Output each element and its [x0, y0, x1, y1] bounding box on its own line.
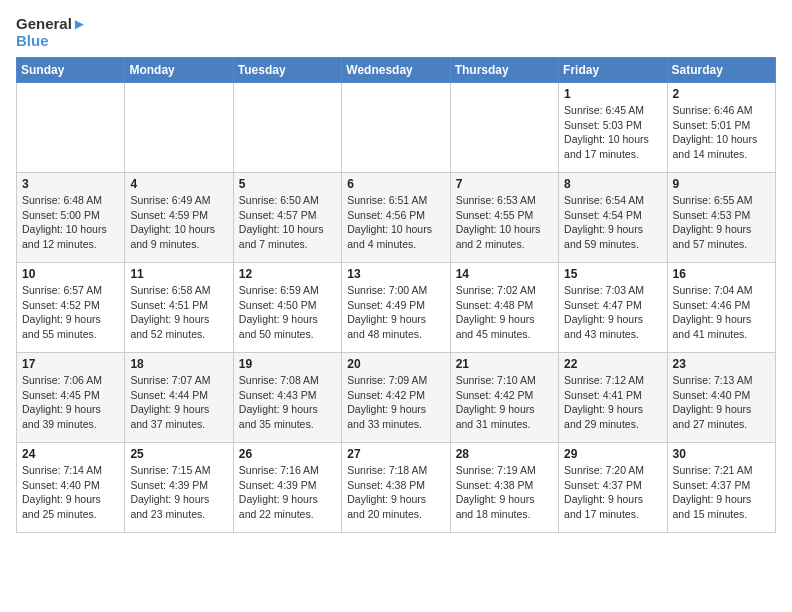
day-info: Sunrise: 6:49 AM Sunset: 4:59 PM Dayligh…	[130, 193, 227, 252]
day-info: Sunrise: 6:59 AM Sunset: 4:50 PM Dayligh…	[239, 283, 336, 342]
day-cell-9: 9Sunrise: 6:55 AM Sunset: 4:53 PM Daylig…	[667, 173, 775, 263]
day-info: Sunrise: 7:19 AM Sunset: 4:38 PM Dayligh…	[456, 463, 553, 522]
logo-line2: Blue	[16, 33, 87, 50]
header-sunday: Sunday	[17, 58, 125, 83]
day-cell-7: 7Sunrise: 6:53 AM Sunset: 4:55 PM Daylig…	[450, 173, 558, 263]
day-number: 18	[130, 357, 227, 371]
calendar-week-row: 24Sunrise: 7:14 AM Sunset: 4:40 PM Dayli…	[17, 443, 776, 533]
day-cell-2: 2Sunrise: 6:46 AM Sunset: 5:01 PM Daylig…	[667, 83, 775, 173]
day-info: Sunrise: 6:46 AM Sunset: 5:01 PM Dayligh…	[673, 103, 770, 162]
day-cell-24: 24Sunrise: 7:14 AM Sunset: 4:40 PM Dayli…	[17, 443, 125, 533]
day-number: 22	[564, 357, 661, 371]
day-info: Sunrise: 7:04 AM Sunset: 4:46 PM Dayligh…	[673, 283, 770, 342]
calendar-body: 1Sunrise: 6:45 AM Sunset: 5:03 PM Daylig…	[17, 83, 776, 533]
day-cell-28: 28Sunrise: 7:19 AM Sunset: 4:38 PM Dayli…	[450, 443, 558, 533]
day-info: Sunrise: 7:09 AM Sunset: 4:42 PM Dayligh…	[347, 373, 444, 432]
empty-cell	[342, 83, 450, 173]
day-cell-23: 23Sunrise: 7:13 AM Sunset: 4:40 PM Dayli…	[667, 353, 775, 443]
day-number: 23	[673, 357, 770, 371]
day-info: Sunrise: 6:55 AM Sunset: 4:53 PM Dayligh…	[673, 193, 770, 252]
day-number: 12	[239, 267, 336, 281]
day-cell-19: 19Sunrise: 7:08 AM Sunset: 4:43 PM Dayli…	[233, 353, 341, 443]
day-number: 8	[564, 177, 661, 191]
day-info: Sunrise: 7:15 AM Sunset: 4:39 PM Dayligh…	[130, 463, 227, 522]
day-number: 24	[22, 447, 119, 461]
day-number: 11	[130, 267, 227, 281]
day-number: 30	[673, 447, 770, 461]
day-number: 16	[673, 267, 770, 281]
day-cell-11: 11Sunrise: 6:58 AM Sunset: 4:51 PM Dayli…	[125, 263, 233, 353]
day-info: Sunrise: 7:02 AM Sunset: 4:48 PM Dayligh…	[456, 283, 553, 342]
day-info: Sunrise: 7:03 AM Sunset: 4:47 PM Dayligh…	[564, 283, 661, 342]
day-cell-10: 10Sunrise: 6:57 AM Sunset: 4:52 PM Dayli…	[17, 263, 125, 353]
day-info: Sunrise: 7:10 AM Sunset: 4:42 PM Dayligh…	[456, 373, 553, 432]
day-info: Sunrise: 7:16 AM Sunset: 4:39 PM Dayligh…	[239, 463, 336, 522]
calendar-week-row: 1Sunrise: 6:45 AM Sunset: 5:03 PM Daylig…	[17, 83, 776, 173]
day-number: 1	[564, 87, 661, 101]
header-monday: Monday	[125, 58, 233, 83]
day-cell-27: 27Sunrise: 7:18 AM Sunset: 4:38 PM Dayli…	[342, 443, 450, 533]
day-number: 29	[564, 447, 661, 461]
day-number: 17	[22, 357, 119, 371]
day-cell-6: 6Sunrise: 6:51 AM Sunset: 4:56 PM Daylig…	[342, 173, 450, 263]
day-number: 26	[239, 447, 336, 461]
day-number: 13	[347, 267, 444, 281]
day-cell-13: 13Sunrise: 7:00 AM Sunset: 4:49 PM Dayli…	[342, 263, 450, 353]
day-number: 15	[564, 267, 661, 281]
day-info: Sunrise: 6:54 AM Sunset: 4:54 PM Dayligh…	[564, 193, 661, 252]
day-info: Sunrise: 6:48 AM Sunset: 5:00 PM Dayligh…	[22, 193, 119, 252]
day-info: Sunrise: 7:20 AM Sunset: 4:37 PM Dayligh…	[564, 463, 661, 522]
day-cell-21: 21Sunrise: 7:10 AM Sunset: 4:42 PM Dayli…	[450, 353, 558, 443]
day-number: 9	[673, 177, 770, 191]
day-cell-14: 14Sunrise: 7:02 AM Sunset: 4:48 PM Dayli…	[450, 263, 558, 353]
day-number: 27	[347, 447, 444, 461]
logo-line1: General►	[16, 16, 87, 33]
empty-cell	[17, 83, 125, 173]
header-wednesday: Wednesday	[342, 58, 450, 83]
day-info: Sunrise: 7:14 AM Sunset: 4:40 PM Dayligh…	[22, 463, 119, 522]
day-cell-16: 16Sunrise: 7:04 AM Sunset: 4:46 PM Dayli…	[667, 263, 775, 353]
day-number: 14	[456, 267, 553, 281]
header: General► Blue	[16, 16, 776, 49]
day-info: Sunrise: 6:57 AM Sunset: 4:52 PM Dayligh…	[22, 283, 119, 342]
day-info: Sunrise: 7:13 AM Sunset: 4:40 PM Dayligh…	[673, 373, 770, 432]
logo-text-block: General► Blue	[16, 16, 87, 49]
day-cell-1: 1Sunrise: 6:45 AM Sunset: 5:03 PM Daylig…	[559, 83, 667, 173]
day-cell-18: 18Sunrise: 7:07 AM Sunset: 4:44 PM Dayli…	[125, 353, 233, 443]
calendar-week-row: 10Sunrise: 6:57 AM Sunset: 4:52 PM Dayli…	[17, 263, 776, 353]
day-info: Sunrise: 7:00 AM Sunset: 4:49 PM Dayligh…	[347, 283, 444, 342]
day-number: 25	[130, 447, 227, 461]
day-number: 21	[456, 357, 553, 371]
day-cell-12: 12Sunrise: 6:59 AM Sunset: 4:50 PM Dayli…	[233, 263, 341, 353]
calendar-week-row: 17Sunrise: 7:06 AM Sunset: 4:45 PM Dayli…	[17, 353, 776, 443]
day-cell-22: 22Sunrise: 7:12 AM Sunset: 4:41 PM Dayli…	[559, 353, 667, 443]
day-number: 7	[456, 177, 553, 191]
day-info: Sunrise: 7:21 AM Sunset: 4:37 PM Dayligh…	[673, 463, 770, 522]
day-cell-8: 8Sunrise: 6:54 AM Sunset: 4:54 PM Daylig…	[559, 173, 667, 263]
header-tuesday: Tuesday	[233, 58, 341, 83]
empty-cell	[233, 83, 341, 173]
header-saturday: Saturday	[667, 58, 775, 83]
day-info: Sunrise: 7:12 AM Sunset: 4:41 PM Dayligh…	[564, 373, 661, 432]
day-number: 2	[673, 87, 770, 101]
day-cell-4: 4Sunrise: 6:49 AM Sunset: 4:59 PM Daylig…	[125, 173, 233, 263]
day-cell-15: 15Sunrise: 7:03 AM Sunset: 4:47 PM Dayli…	[559, 263, 667, 353]
day-number: 4	[130, 177, 227, 191]
day-cell-29: 29Sunrise: 7:20 AM Sunset: 4:37 PM Dayli…	[559, 443, 667, 533]
day-info: Sunrise: 7:06 AM Sunset: 4:45 PM Dayligh…	[22, 373, 119, 432]
logo: General► Blue	[16, 16, 87, 49]
day-cell-25: 25Sunrise: 7:15 AM Sunset: 4:39 PM Dayli…	[125, 443, 233, 533]
header-row: SundayMondayTuesdayWednesdayThursdayFrid…	[17, 58, 776, 83]
day-cell-26: 26Sunrise: 7:16 AM Sunset: 4:39 PM Dayli…	[233, 443, 341, 533]
day-number: 6	[347, 177, 444, 191]
day-info: Sunrise: 6:53 AM Sunset: 4:55 PM Dayligh…	[456, 193, 553, 252]
day-cell-17: 17Sunrise: 7:06 AM Sunset: 4:45 PM Dayli…	[17, 353, 125, 443]
empty-cell	[125, 83, 233, 173]
day-cell-30: 30Sunrise: 7:21 AM Sunset: 4:37 PM Dayli…	[667, 443, 775, 533]
day-info: Sunrise: 6:50 AM Sunset: 4:57 PM Dayligh…	[239, 193, 336, 252]
day-info: Sunrise: 7:18 AM Sunset: 4:38 PM Dayligh…	[347, 463, 444, 522]
day-number: 5	[239, 177, 336, 191]
calendar-header: SundayMondayTuesdayWednesdayThursdayFrid…	[17, 58, 776, 83]
day-cell-20: 20Sunrise: 7:09 AM Sunset: 4:42 PM Dayli…	[342, 353, 450, 443]
day-info: Sunrise: 6:58 AM Sunset: 4:51 PM Dayligh…	[130, 283, 227, 342]
